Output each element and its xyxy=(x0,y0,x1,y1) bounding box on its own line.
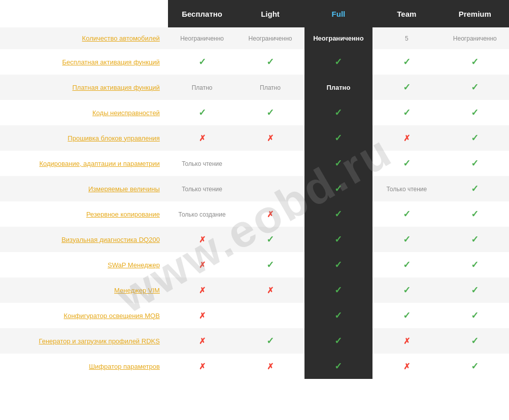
feature-name-cell: Менеджер VIM xyxy=(0,277,168,303)
light-cell: ✓ xyxy=(236,100,304,125)
check-icon: ✓ xyxy=(266,336,274,346)
cell-text: Только чтение xyxy=(182,186,222,193)
cell-text: Неограниченно xyxy=(180,35,224,42)
table-row: Платная активация функцийПлатноПлатноПла… xyxy=(0,75,509,100)
light-cell xyxy=(236,151,304,176)
full-cell: Платно xyxy=(304,75,372,100)
header-premium: Premium xyxy=(441,0,509,27)
check-icon: ✓ xyxy=(266,234,274,244)
light-cell: ✓ xyxy=(236,227,304,252)
pricing-table-container: www.eobd.ru Бесплатно Light Full Team Pr… xyxy=(0,0,509,379)
full-cell: ✓ xyxy=(304,151,372,176)
table-row: Резервное копированиеТолько создание✗✓✓✓ xyxy=(0,201,509,227)
cell-text: Неограниченно xyxy=(313,34,363,42)
full-cell: ✓ xyxy=(304,227,372,252)
feature-name-cell: SWaP Менеджер xyxy=(0,252,168,277)
light-cell: ✗ xyxy=(236,277,304,303)
feature-name-cell: Коды неисправностей xyxy=(0,100,168,125)
free-cell: ✗ xyxy=(168,125,236,151)
light-cell: ✗ xyxy=(236,125,304,151)
light-cell: Неограниченно xyxy=(236,27,304,49)
table-row: Конфигуратор освещения MQB✗✓✓✓ xyxy=(0,303,509,328)
check-icon: ✓ xyxy=(334,57,342,67)
table-row: Визуальная диагностика DQ200✗✓✓✓✓ xyxy=(0,227,509,252)
cell-text: Только чтение xyxy=(182,160,222,167)
feature-name-cell: Количество автомобилей xyxy=(0,27,168,49)
feature-link[interactable]: Кодирование, адаптации и параметрии xyxy=(39,160,159,167)
team-cell: ✓ xyxy=(372,100,440,125)
light-cell: ✗ xyxy=(236,201,304,227)
team-cell: ✓ xyxy=(372,201,440,227)
check-icon: ✓ xyxy=(266,108,274,118)
header-full: Full xyxy=(304,0,372,27)
full-cell: ✓ xyxy=(304,100,372,125)
cross-icon: ✗ xyxy=(199,134,206,143)
feature-link[interactable]: Бесплатная активация функций xyxy=(62,58,160,66)
free-cell: Только создание xyxy=(168,201,236,227)
team-cell: ✓ xyxy=(372,227,440,252)
feature-link[interactable]: Резервное копирование xyxy=(86,211,160,218)
full-cell: ✓ xyxy=(304,125,372,151)
header-feature xyxy=(0,0,168,27)
check-icon: ✓ xyxy=(334,108,342,118)
feature-name-cell: Конфигуратор освещения MQB xyxy=(0,303,168,328)
feature-link[interactable]: Прошивка блоков управления xyxy=(67,134,160,142)
light-cell xyxy=(236,176,304,201)
check-icon: ✓ xyxy=(471,234,479,244)
premium-cell: ✓ xyxy=(441,328,509,354)
feature-link[interactable]: Визуальная диагностика DQ200 xyxy=(61,236,160,243)
cell-text: Платно xyxy=(326,84,350,91)
table-row: Количество автомобилейНеограниченноНеогр… xyxy=(0,27,509,49)
check-icon: ✓ xyxy=(471,285,479,295)
table-row: Коды неисправностей✓✓✓✓✓ xyxy=(0,100,509,125)
check-icon: ✓ xyxy=(471,133,479,143)
light-cell xyxy=(236,303,304,328)
table-body: Количество автомобилейНеограниченноНеогр… xyxy=(0,27,509,379)
feature-name-cell: Резервное копирование xyxy=(0,201,168,227)
free-cell: Платно xyxy=(168,75,236,100)
feature-name-cell: Визуальная диагностика DQ200 xyxy=(0,227,168,252)
premium-cell: ✓ xyxy=(441,227,509,252)
free-cell: ✓ xyxy=(168,49,236,75)
light-cell: ✓ xyxy=(236,252,304,277)
free-cell: ✗ xyxy=(168,277,236,303)
light-cell: ✗ xyxy=(236,354,304,379)
feature-link[interactable]: Шифратор параметров xyxy=(89,363,160,370)
cross-icon: ✗ xyxy=(267,134,274,143)
full-cell: ✓ xyxy=(304,277,372,303)
full-cell: ✓ xyxy=(304,49,372,75)
cell-text: Только чтение xyxy=(386,186,427,193)
check-icon: ✓ xyxy=(334,184,342,194)
premium-cell: ✓ xyxy=(441,75,509,100)
table-row: Шифратор параметров✗✗✓✗✓ xyxy=(0,354,509,379)
feature-link[interactable]: SWaP Менеджер xyxy=(108,261,160,269)
header-light: Light xyxy=(236,0,304,27)
check-icon: ✓ xyxy=(403,310,411,321)
premium-cell: ✓ xyxy=(441,151,509,176)
check-icon: ✓ xyxy=(471,310,479,321)
team-cell: ✓ xyxy=(372,277,440,303)
check-icon: ✓ xyxy=(471,209,479,219)
free-cell: ✗ xyxy=(168,354,236,379)
feature-link[interactable]: Платная активация функций xyxy=(72,84,159,91)
feature-link[interactable]: Генератор и загрузчик профилей RDKS xyxy=(39,337,159,345)
check-icon: ✓ xyxy=(471,57,479,67)
feature-link[interactable]: Конфигуратор освещения MQB xyxy=(64,312,160,320)
free-cell: ✗ xyxy=(168,303,236,328)
full-cell: ✓ xyxy=(304,201,372,227)
premium-cell: ✓ xyxy=(441,100,509,125)
premium-cell: ✓ xyxy=(441,277,509,303)
free-cell: ✗ xyxy=(168,227,236,252)
premium-cell: Неограниченно xyxy=(441,27,509,49)
premium-cell: ✓ xyxy=(441,303,509,328)
cross-icon: ✗ xyxy=(199,311,206,320)
table-row: SWaP Менеджер✗✓✓✓✓ xyxy=(0,252,509,277)
feature-link[interactable]: Измеряемые величины xyxy=(88,185,160,193)
check-icon: ✓ xyxy=(471,158,479,168)
check-icon: ✓ xyxy=(403,57,411,67)
feature-name-cell: Кодирование, адаптации и параметрии xyxy=(0,151,168,176)
feature-link[interactable]: Менеджер VIM xyxy=(114,287,160,294)
feature-link[interactable]: Количество автомобилей xyxy=(82,34,160,42)
cell-text: 5 xyxy=(405,35,409,42)
feature-link[interactable]: Коды неисправностей xyxy=(92,109,160,117)
